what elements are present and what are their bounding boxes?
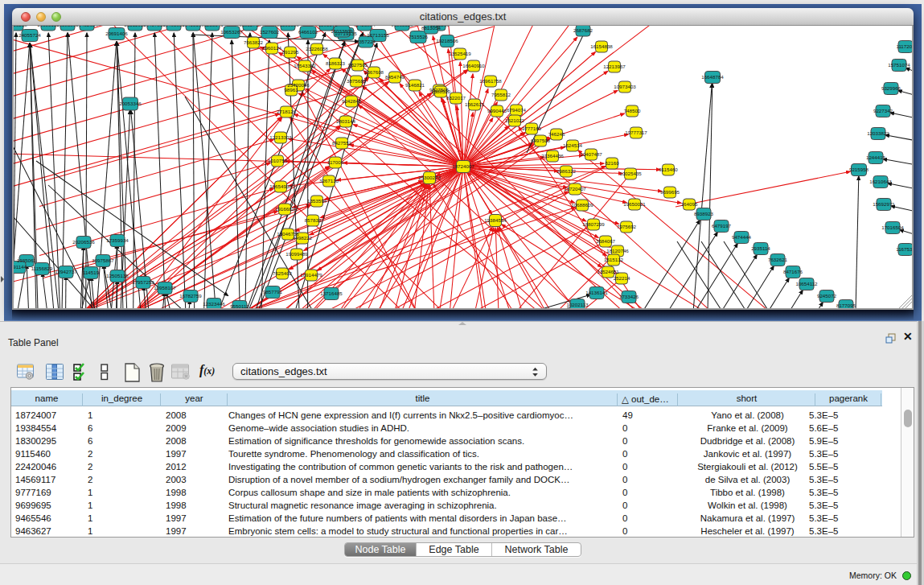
svg-text:41395376: 41395376 xyxy=(315,26,338,27)
svg-text:1527602: 1527602 xyxy=(260,29,280,35)
svg-text:1621022: 1621022 xyxy=(505,117,525,123)
svg-text:16961758: 16961758 xyxy=(479,78,502,84)
svg-text:7955812: 7955812 xyxy=(491,92,511,97)
svg-text:3267130: 3267130 xyxy=(319,178,339,183)
svg-text:9699695: 9699695 xyxy=(660,189,680,195)
svg-text:1615132: 1615132 xyxy=(604,257,624,262)
svg-text:1167533: 1167533 xyxy=(896,246,912,252)
svg-text:30975867: 30975867 xyxy=(92,257,114,263)
svg-text:16210643: 16210643 xyxy=(869,179,892,184)
svg-text:96965328: 96965328 xyxy=(391,26,413,27)
svg-text:7625402: 7625402 xyxy=(273,270,293,276)
svg-text:12213303: 12213303 xyxy=(269,134,292,140)
svg-text:4498222: 4498222 xyxy=(293,235,313,241)
svg-text:13524651: 13524651 xyxy=(597,269,619,274)
svg-text:6479197: 6479197 xyxy=(712,223,732,229)
svg-text:24055724: 24055724 xyxy=(18,32,41,38)
svg-text:20053346: 20053346 xyxy=(119,101,142,106)
svg-text:8813054: 8813054 xyxy=(421,26,441,31)
svg-text:1624534: 1624534 xyxy=(563,142,583,148)
svg-text:10653267: 10653267 xyxy=(220,29,243,35)
svg-text:9990445: 9990445 xyxy=(487,108,507,113)
svg-text:23226058: 23226058 xyxy=(306,46,328,51)
svg-text:6497508: 6497508 xyxy=(531,138,551,143)
svg-text:79402654: 79402654 xyxy=(76,26,98,27)
svg-text:1588520: 1588520 xyxy=(431,89,451,94)
svg-text:8471676: 8471676 xyxy=(783,269,803,274)
svg-text:748500: 748500 xyxy=(624,108,641,113)
svg-text:8186323: 8186323 xyxy=(326,60,346,66)
svg-text:857833: 857833 xyxy=(305,217,322,223)
svg-text:1562615: 1562615 xyxy=(465,101,485,107)
svg-text:12033822: 12033822 xyxy=(867,130,889,136)
svg-text:12213967: 12213967 xyxy=(603,64,626,69)
svg-text:10025435: 10025435 xyxy=(619,171,642,176)
svg-text:72423884: 72423884 xyxy=(353,26,376,27)
svg-text:9777169: 9777169 xyxy=(522,126,542,131)
svg-text:16640910: 16640910 xyxy=(462,63,485,68)
svg-text:13716485: 13716485 xyxy=(320,290,343,296)
svg-text:19384554: 19384554 xyxy=(484,217,507,223)
svg-text:18807299: 18807299 xyxy=(582,221,605,227)
svg-text:2935114: 2935114 xyxy=(751,245,770,251)
svg-text:2803144: 2803144 xyxy=(336,118,356,124)
svg-text:15751074: 15751074 xyxy=(888,62,910,68)
svg-text:1916682: 1916682 xyxy=(275,206,295,212)
svg-text:1244415: 1244415 xyxy=(866,154,886,160)
svg-text:2986322: 2986322 xyxy=(556,168,577,174)
svg-text:19777317: 19777317 xyxy=(625,130,647,135)
svg-text:746246: 746246 xyxy=(548,131,565,137)
svg-text:114519: 114519 xyxy=(83,270,100,275)
svg-text:9857791: 9857791 xyxy=(263,289,283,295)
svg-text:20691406: 20691406 xyxy=(105,31,128,36)
svg-text:9329966: 9329966 xyxy=(881,85,901,91)
svg-text:98961: 98961 xyxy=(284,87,298,93)
svg-text:16648784: 16648784 xyxy=(701,74,724,80)
svg-text:11156829: 11156829 xyxy=(31,266,53,271)
svg-text:92832764: 92832764 xyxy=(239,26,261,27)
svg-text:9227342: 9227342 xyxy=(873,108,893,113)
svg-text:2367608: 2367608 xyxy=(364,69,384,75)
svg-text:62160: 62160 xyxy=(605,160,619,166)
svg-text:8938923: 8938923 xyxy=(694,211,714,216)
svg-text:10688609: 10688609 xyxy=(571,202,593,208)
svg-text:9327505: 9327505 xyxy=(348,62,368,68)
svg-text:14136141: 14136141 xyxy=(585,290,608,295)
svg-text:19650021: 19650021 xyxy=(623,201,646,207)
svg-text:16154838: 16154838 xyxy=(590,43,613,49)
svg-text:9115460: 9115460 xyxy=(659,167,678,172)
svg-text:8960124: 8960124 xyxy=(262,45,282,51)
svg-text:2687682: 2687682 xyxy=(573,27,593,33)
svg-text:15720407: 15720407 xyxy=(564,186,586,192)
svg-text:10407487: 10407487 xyxy=(580,151,602,157)
svg-text:1353594: 1353594 xyxy=(307,198,327,204)
svg-text:6794074: 6794074 xyxy=(507,107,527,113)
svg-text:8322017: 8322017 xyxy=(446,95,466,101)
svg-text:3875685: 3875685 xyxy=(347,78,367,84)
svg-text:1733426: 1733426 xyxy=(619,294,639,299)
svg-text:17359934: 17359934 xyxy=(106,237,129,243)
svg-text:10973403: 10973403 xyxy=(614,84,636,89)
svg-text:891295: 891295 xyxy=(282,49,299,55)
svg-text:9245072: 9245072 xyxy=(817,293,837,299)
svg-text:19654933: 19654933 xyxy=(269,183,292,189)
svg-text:252214: 252214 xyxy=(614,275,630,281)
svg-text:19218506: 19218506 xyxy=(436,38,458,43)
svg-text:83503056: 83503056 xyxy=(277,26,299,27)
svg-text:6466102: 6466102 xyxy=(298,29,318,35)
svg-text:9242845: 9242845 xyxy=(342,98,362,104)
svg-text:15692971: 15692971 xyxy=(873,201,895,207)
svg-text:8427552: 8427552 xyxy=(332,140,352,146)
svg-text:21364436: 21364436 xyxy=(541,153,564,159)
svg-text:117004: 117004 xyxy=(327,159,344,165)
svg-text:12505135: 12505135 xyxy=(106,273,129,278)
svg-text:75255341: 75255341 xyxy=(201,26,224,27)
svg-text:10433218: 10433218 xyxy=(14,26,27,27)
svg-text:7663822: 7663822 xyxy=(244,39,264,45)
svg-text:8454749: 8454749 xyxy=(385,74,405,80)
svg-text:18120746: 18120746 xyxy=(606,248,629,253)
svg-text:7632621: 7632621 xyxy=(768,257,788,262)
svg-text:12942737: 12942737 xyxy=(55,269,77,274)
svg-text:1117203: 1117203 xyxy=(896,43,912,49)
svg-text:7357224: 7357224 xyxy=(356,39,376,44)
